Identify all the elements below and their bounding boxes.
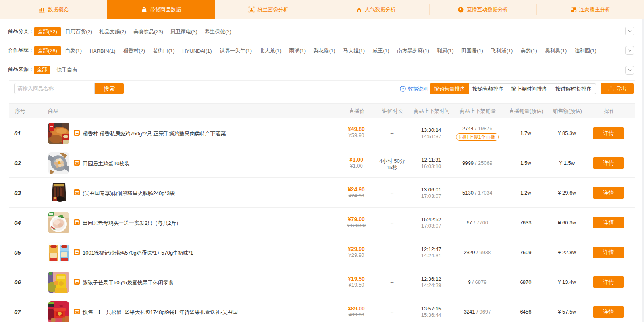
svg-text:?: ? — [402, 87, 404, 91]
